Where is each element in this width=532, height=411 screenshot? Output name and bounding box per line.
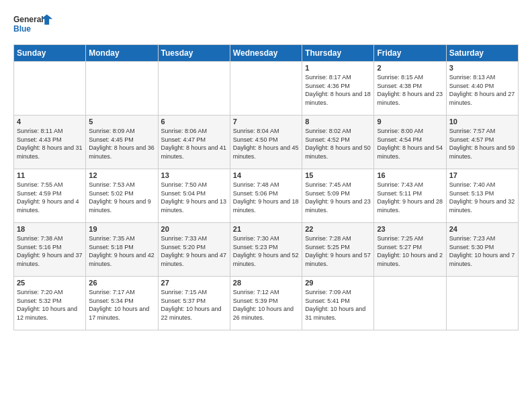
day-info: Sunrise: 7:20 AMSunset: 5:32 PMDaylight:… — [17, 288, 83, 322]
day-of-week-header: Wednesday — [230, 45, 302, 62]
calendar-header-row: SundayMondayTuesdayWednesdayThursdayFrid… — [14, 45, 519, 62]
day-info: Sunrise: 8:00 AMSunset: 4:54 PMDaylight:… — [377, 127, 443, 161]
calendar-cell: 20 Sunrise: 7:33 AMSunset: 5:20 PMDaylig… — [158, 223, 230, 277]
calendar-cell: 29 Sunrise: 7:09 AMSunset: 5:41 PMDaylig… — [302, 277, 374, 330]
day-info: Sunrise: 7:50 AMSunset: 5:04 PMDaylight:… — [161, 181, 227, 214]
calendar-cell: 1 Sunrise: 8:17 AMSunset: 4:36 PMDayligh… — [302, 62, 374, 116]
calendar-cell: 2 Sunrise: 8:15 AMSunset: 4:38 PMDayligh… — [374, 62, 446, 116]
day-number: 20 — [161, 225, 227, 233]
calendar-cell: 8 Sunrise: 8:02 AMSunset: 4:52 PMDayligh… — [302, 116, 374, 169]
calendar-cell: 3 Sunrise: 8:13 AMSunset: 4:40 PMDayligh… — [446, 62, 518, 116]
day-number: 21 — [233, 225, 299, 233]
calendar-cell: 24 Sunrise: 7:23 AMSunset: 5:30 PMDaylig… — [446, 223, 518, 277]
day-of-week-header: Thursday — [302, 45, 374, 62]
day-of-week-header: Monday — [86, 45, 158, 62]
calendar-week-row: 1 Sunrise: 8:17 AMSunset: 4:36 PMDayligh… — [14, 62, 519, 116]
calendar-cell: 19 Sunrise: 7:35 AMSunset: 5:18 PMDaylig… — [86, 223, 158, 277]
day-number: 1 — [305, 64, 371, 72]
calendar-cell: 9 Sunrise: 8:00 AMSunset: 4:54 PMDayligh… — [374, 116, 446, 169]
calendar-cell — [158, 62, 230, 116]
page: General Blue SundayMondayTuesdayWednesda… — [0, 0, 532, 337]
day-number: 4 — [17, 118, 83, 126]
calendar-cell: 15 Sunrise: 7:45 AMSunset: 5:09 PMDaylig… — [302, 169, 374, 223]
day-info: Sunrise: 7:25 AMSunset: 5:27 PMDaylight:… — [377, 234, 443, 268]
calendar-cell — [86, 62, 158, 116]
calendar-cell: 21 Sunrise: 7:30 AMSunset: 5:23 PMDaylig… — [230, 223, 302, 277]
day-info: Sunrise: 7:15 AMSunset: 5:37 PMDaylight:… — [161, 288, 227, 322]
logo-svg: General Blue — [13, 11, 54, 38]
calendar-cell: 18 Sunrise: 7:38 AMSunset: 5:16 PMDaylig… — [14, 223, 86, 277]
day-number: 15 — [305, 171, 371, 179]
calendar-cell — [374, 277, 446, 330]
calendar-week-row: 4 Sunrise: 8:11 AMSunset: 4:43 PMDayligh… — [14, 116, 519, 169]
calendar-cell: 11 Sunrise: 7:55 AMSunset: 4:59 PMDaylig… — [14, 169, 86, 223]
calendar-cell: 26 Sunrise: 7:17 AMSunset: 5:34 PMDaylig… — [86, 277, 158, 330]
day-number: 7 — [233, 118, 299, 126]
day-number: 22 — [305, 225, 371, 233]
day-number: 28 — [233, 279, 299, 287]
day-info: Sunrise: 7:35 AMSunset: 5:18 PMDaylight:… — [89, 234, 154, 268]
day-number: 19 — [89, 225, 154, 233]
day-info: Sunrise: 7:28 AMSunset: 5:25 PMDaylight:… — [305, 234, 371, 268]
calendar-cell — [14, 62, 86, 116]
calendar-week-row: 18 Sunrise: 7:38 AMSunset: 5:16 PMDaylig… — [14, 223, 519, 277]
day-info: Sunrise: 7:09 AMSunset: 5:41 PMDaylight:… — [305, 288, 371, 322]
calendar-cell: 6 Sunrise: 8:06 AMSunset: 4:47 PMDayligh… — [158, 116, 230, 169]
svg-text:Blue: Blue — [13, 24, 31, 34]
day-number: 29 — [305, 279, 371, 287]
day-number: 18 — [17, 225, 83, 233]
day-number: 24 — [449, 225, 515, 233]
calendar-cell: 4 Sunrise: 8:11 AMSunset: 4:43 PMDayligh… — [14, 116, 86, 169]
day-number: 11 — [17, 171, 83, 179]
day-number: 12 — [89, 171, 154, 179]
day-number: 26 — [89, 279, 154, 287]
logo: General Blue — [13, 11, 54, 38]
day-number: 5 — [89, 118, 154, 126]
day-info: Sunrise: 7:40 AMSunset: 5:13 PMDaylight:… — [449, 181, 515, 214]
calendar-cell: 7 Sunrise: 8:04 AMSunset: 4:50 PMDayligh… — [230, 116, 302, 169]
day-info: Sunrise: 7:33 AMSunset: 5:20 PMDaylight:… — [161, 234, 227, 268]
calendar-cell: 28 Sunrise: 7:12 AMSunset: 5:39 PMDaylig… — [230, 277, 302, 330]
day-of-week-header: Tuesday — [158, 45, 230, 62]
calendar-cell: 25 Sunrise: 7:20 AMSunset: 5:32 PMDaylig… — [14, 277, 86, 330]
day-info: Sunrise: 7:38 AMSunset: 5:16 PMDaylight:… — [17, 234, 83, 268]
calendar-cell: 10 Sunrise: 7:57 AMSunset: 4:57 PMDaylig… — [446, 116, 518, 169]
svg-text:General: General — [13, 15, 44, 24]
day-number: 6 — [161, 118, 227, 126]
day-of-week-header: Sunday — [14, 45, 86, 62]
day-info: Sunrise: 8:15 AMSunset: 4:38 PMDaylight:… — [377, 73, 443, 107]
day-number: 9 — [377, 118, 443, 126]
day-info: Sunrise: 8:09 AMSunset: 4:45 PMDaylight:… — [89, 127, 154, 161]
day-number: 14 — [233, 171, 299, 179]
day-number: 27 — [161, 279, 227, 287]
day-number: 8 — [305, 118, 371, 126]
calendar-cell: 5 Sunrise: 8:09 AMSunset: 4:45 PMDayligh… — [86, 116, 158, 169]
calendar-week-row: 11 Sunrise: 7:55 AMSunset: 4:59 PMDaylig… — [14, 169, 519, 223]
day-number: 25 — [17, 279, 83, 287]
calendar-cell: 23 Sunrise: 7:25 AMSunset: 5:27 PMDaylig… — [374, 223, 446, 277]
day-info: Sunrise: 7:53 AMSunset: 5:02 PMDaylight:… — [89, 181, 154, 214]
calendar-cell: 22 Sunrise: 7:28 AMSunset: 5:25 PMDaylig… — [302, 223, 374, 277]
day-number: 3 — [449, 64, 515, 72]
day-info: Sunrise: 7:55 AMSunset: 4:59 PMDaylight:… — [17, 181, 83, 214]
day-of-week-header: Saturday — [446, 45, 518, 62]
day-info: Sunrise: 7:43 AMSunset: 5:11 PMDaylight:… — [377, 181, 443, 214]
day-info: Sunrise: 7:30 AMSunset: 5:23 PMDaylight:… — [233, 234, 299, 268]
day-number: 10 — [449, 118, 515, 126]
day-number: 17 — [449, 171, 515, 179]
header-area: General Blue — [13, 11, 519, 38]
day-info: Sunrise: 8:13 AMSunset: 4:40 PMDaylight:… — [449, 73, 515, 107]
day-info: Sunrise: 8:04 AMSunset: 4:50 PMDaylight:… — [233, 127, 299, 161]
calendar-cell: 12 Sunrise: 7:53 AMSunset: 5:02 PMDaylig… — [86, 169, 158, 223]
day-info: Sunrise: 7:48 AMSunset: 5:06 PMDaylight:… — [233, 181, 299, 214]
day-of-week-header: Friday — [374, 45, 446, 62]
calendar-cell — [230, 62, 302, 116]
calendar-cell: 17 Sunrise: 7:40 AMSunset: 5:13 PMDaylig… — [446, 169, 518, 223]
calendar-week-row: 25 Sunrise: 7:20 AMSunset: 5:32 PMDaylig… — [14, 277, 519, 330]
day-info: Sunrise: 7:17 AMSunset: 5:34 PMDaylight:… — [89, 288, 154, 322]
day-info: Sunrise: 8:17 AMSunset: 4:36 PMDaylight:… — [305, 73, 371, 107]
calendar-cell: 13 Sunrise: 7:50 AMSunset: 5:04 PMDaylig… — [158, 169, 230, 223]
calendar-cell: 14 Sunrise: 7:48 AMSunset: 5:06 PMDaylig… — [230, 169, 302, 223]
calendar-cell: 16 Sunrise: 7:43 AMSunset: 5:11 PMDaylig… — [374, 169, 446, 223]
day-info: Sunrise: 7:23 AMSunset: 5:30 PMDaylight:… — [449, 234, 515, 268]
